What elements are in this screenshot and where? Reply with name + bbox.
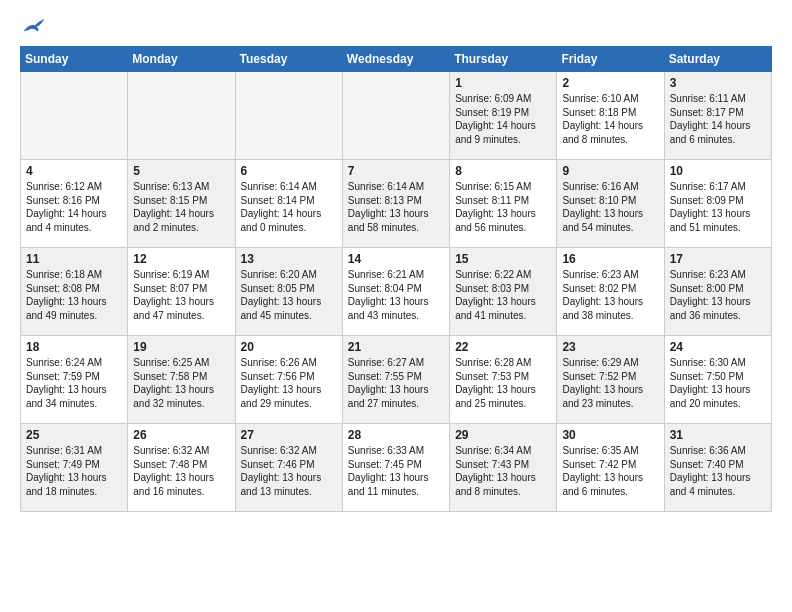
day-info: Sunrise: 6:23 AM Sunset: 8:00 PM Dayligh… bbox=[670, 268, 766, 322]
calendar-cell: 29Sunrise: 6:34 AM Sunset: 7:43 PM Dayli… bbox=[450, 424, 557, 512]
calendar-cell: 16Sunrise: 6:23 AM Sunset: 8:02 PM Dayli… bbox=[557, 248, 664, 336]
calendar-cell: 2Sunrise: 6:10 AM Sunset: 8:18 PM Daylig… bbox=[557, 72, 664, 160]
day-info: Sunrise: 6:20 AM Sunset: 8:05 PM Dayligh… bbox=[241, 268, 337, 322]
day-info: Sunrise: 6:19 AM Sunset: 8:07 PM Dayligh… bbox=[133, 268, 229, 322]
calendar-cell: 13Sunrise: 6:20 AM Sunset: 8:05 PM Dayli… bbox=[235, 248, 342, 336]
day-number: 1 bbox=[455, 76, 551, 90]
calendar-cell: 9Sunrise: 6:16 AM Sunset: 8:10 PM Daylig… bbox=[557, 160, 664, 248]
calendar-cell: 23Sunrise: 6:29 AM Sunset: 7:52 PM Dayli… bbox=[557, 336, 664, 424]
week-row-3: 11Sunrise: 6:18 AM Sunset: 8:08 PM Dayli… bbox=[21, 248, 772, 336]
calendar-cell: 5Sunrise: 6:13 AM Sunset: 8:15 PM Daylig… bbox=[128, 160, 235, 248]
calendar-cell: 19Sunrise: 6:25 AM Sunset: 7:58 PM Dayli… bbox=[128, 336, 235, 424]
calendar-cell: 24Sunrise: 6:30 AM Sunset: 7:50 PM Dayli… bbox=[664, 336, 771, 424]
day-number: 26 bbox=[133, 428, 229, 442]
day-number: 29 bbox=[455, 428, 551, 442]
week-row-2: 4Sunrise: 6:12 AM Sunset: 8:16 PM Daylig… bbox=[21, 160, 772, 248]
calendar-cell: 22Sunrise: 6:28 AM Sunset: 7:53 PM Dayli… bbox=[450, 336, 557, 424]
calendar-cell bbox=[21, 72, 128, 160]
day-number: 18 bbox=[26, 340, 122, 354]
day-info: Sunrise: 6:16 AM Sunset: 8:10 PM Dayligh… bbox=[562, 180, 658, 234]
calendar-cell: 31Sunrise: 6:36 AM Sunset: 7:40 PM Dayli… bbox=[664, 424, 771, 512]
calendar-cell: 12Sunrise: 6:19 AM Sunset: 8:07 PM Dayli… bbox=[128, 248, 235, 336]
calendar-cell: 8Sunrise: 6:15 AM Sunset: 8:11 PM Daylig… bbox=[450, 160, 557, 248]
day-info: Sunrise: 6:14 AM Sunset: 8:13 PM Dayligh… bbox=[348, 180, 444, 234]
day-number: 30 bbox=[562, 428, 658, 442]
calendar-cell bbox=[342, 72, 449, 160]
day-info: Sunrise: 6:34 AM Sunset: 7:43 PM Dayligh… bbox=[455, 444, 551, 498]
day-number: 27 bbox=[241, 428, 337, 442]
day-info: Sunrise: 6:33 AM Sunset: 7:45 PM Dayligh… bbox=[348, 444, 444, 498]
day-info: Sunrise: 6:24 AM Sunset: 7:59 PM Dayligh… bbox=[26, 356, 122, 410]
day-info: Sunrise: 6:18 AM Sunset: 8:08 PM Dayligh… bbox=[26, 268, 122, 322]
day-number: 11 bbox=[26, 252, 122, 266]
calendar-cell: 3Sunrise: 6:11 AM Sunset: 8:17 PM Daylig… bbox=[664, 72, 771, 160]
calendar-table: SundayMondayTuesdayWednesdayThursdayFrid… bbox=[20, 46, 772, 512]
day-info: Sunrise: 6:30 AM Sunset: 7:50 PM Dayligh… bbox=[670, 356, 766, 410]
day-number: 28 bbox=[348, 428, 444, 442]
day-number: 12 bbox=[133, 252, 229, 266]
header-row: SundayMondayTuesdayWednesdayThursdayFrid… bbox=[21, 47, 772, 72]
week-row-5: 25Sunrise: 6:31 AM Sunset: 7:49 PM Dayli… bbox=[21, 424, 772, 512]
calendar-cell: 28Sunrise: 6:33 AM Sunset: 7:45 PM Dayli… bbox=[342, 424, 449, 512]
calendar-cell: 6Sunrise: 6:14 AM Sunset: 8:14 PM Daylig… bbox=[235, 160, 342, 248]
day-info: Sunrise: 6:32 AM Sunset: 7:46 PM Dayligh… bbox=[241, 444, 337, 498]
day-number: 24 bbox=[670, 340, 766, 354]
day-number: 7 bbox=[348, 164, 444, 178]
calendar-cell: 14Sunrise: 6:21 AM Sunset: 8:04 PM Dayli… bbox=[342, 248, 449, 336]
day-info: Sunrise: 6:17 AM Sunset: 8:09 PM Dayligh… bbox=[670, 180, 766, 234]
day-info: Sunrise: 6:14 AM Sunset: 8:14 PM Dayligh… bbox=[241, 180, 337, 234]
calendar-cell bbox=[128, 72, 235, 160]
day-info: Sunrise: 6:15 AM Sunset: 8:11 PM Dayligh… bbox=[455, 180, 551, 234]
day-info: Sunrise: 6:32 AM Sunset: 7:48 PM Dayligh… bbox=[133, 444, 229, 498]
calendar-cell: 25Sunrise: 6:31 AM Sunset: 7:49 PM Dayli… bbox=[21, 424, 128, 512]
header-cell-thursday: Thursday bbox=[450, 47, 557, 72]
calendar-cell bbox=[235, 72, 342, 160]
day-info: Sunrise: 6:13 AM Sunset: 8:15 PM Dayligh… bbox=[133, 180, 229, 234]
header-cell-saturday: Saturday bbox=[664, 47, 771, 72]
day-number: 2 bbox=[562, 76, 658, 90]
calendar-cell: 30Sunrise: 6:35 AM Sunset: 7:42 PM Dayli… bbox=[557, 424, 664, 512]
header bbox=[20, 16, 772, 36]
calendar-cell: 10Sunrise: 6:17 AM Sunset: 8:09 PM Dayli… bbox=[664, 160, 771, 248]
week-row-4: 18Sunrise: 6:24 AM Sunset: 7:59 PM Dayli… bbox=[21, 336, 772, 424]
day-number: 20 bbox=[241, 340, 337, 354]
calendar-cell: 21Sunrise: 6:27 AM Sunset: 7:55 PM Dayli… bbox=[342, 336, 449, 424]
day-number: 16 bbox=[562, 252, 658, 266]
calendar-cell: 17Sunrise: 6:23 AM Sunset: 8:00 PM Dayli… bbox=[664, 248, 771, 336]
header-cell-tuesday: Tuesday bbox=[235, 47, 342, 72]
day-number: 6 bbox=[241, 164, 337, 178]
day-number: 8 bbox=[455, 164, 551, 178]
day-number: 17 bbox=[670, 252, 766, 266]
day-info: Sunrise: 6:10 AM Sunset: 8:18 PM Dayligh… bbox=[562, 92, 658, 146]
day-info: Sunrise: 6:26 AM Sunset: 7:56 PM Dayligh… bbox=[241, 356, 337, 410]
day-number: 22 bbox=[455, 340, 551, 354]
day-number: 15 bbox=[455, 252, 551, 266]
day-info: Sunrise: 6:35 AM Sunset: 7:42 PM Dayligh… bbox=[562, 444, 658, 498]
calendar-cell: 27Sunrise: 6:32 AM Sunset: 7:46 PM Dayli… bbox=[235, 424, 342, 512]
calendar-cell: 18Sunrise: 6:24 AM Sunset: 7:59 PM Dayli… bbox=[21, 336, 128, 424]
week-row-1: 1Sunrise: 6:09 AM Sunset: 8:19 PM Daylig… bbox=[21, 72, 772, 160]
day-info: Sunrise: 6:28 AM Sunset: 7:53 PM Dayligh… bbox=[455, 356, 551, 410]
day-number: 21 bbox=[348, 340, 444, 354]
page: SundayMondayTuesdayWednesdayThursdayFrid… bbox=[0, 0, 792, 522]
day-number: 14 bbox=[348, 252, 444, 266]
calendar-cell: 20Sunrise: 6:26 AM Sunset: 7:56 PM Dayli… bbox=[235, 336, 342, 424]
logo-bird-icon bbox=[22, 16, 46, 36]
day-info: Sunrise: 6:25 AM Sunset: 7:58 PM Dayligh… bbox=[133, 356, 229, 410]
day-number: 5 bbox=[133, 164, 229, 178]
calendar-cell: 1Sunrise: 6:09 AM Sunset: 8:19 PM Daylig… bbox=[450, 72, 557, 160]
day-number: 31 bbox=[670, 428, 766, 442]
day-number: 4 bbox=[26, 164, 122, 178]
day-info: Sunrise: 6:22 AM Sunset: 8:03 PM Dayligh… bbox=[455, 268, 551, 322]
calendar-cell: 26Sunrise: 6:32 AM Sunset: 7:48 PM Dayli… bbox=[128, 424, 235, 512]
day-number: 23 bbox=[562, 340, 658, 354]
day-number: 13 bbox=[241, 252, 337, 266]
day-info: Sunrise: 6:21 AM Sunset: 8:04 PM Dayligh… bbox=[348, 268, 444, 322]
day-info: Sunrise: 6:27 AM Sunset: 7:55 PM Dayligh… bbox=[348, 356, 444, 410]
day-info: Sunrise: 6:09 AM Sunset: 8:19 PM Dayligh… bbox=[455, 92, 551, 146]
day-number: 19 bbox=[133, 340, 229, 354]
day-info: Sunrise: 6:29 AM Sunset: 7:52 PM Dayligh… bbox=[562, 356, 658, 410]
day-info: Sunrise: 6:31 AM Sunset: 7:49 PM Dayligh… bbox=[26, 444, 122, 498]
header-cell-sunday: Sunday bbox=[21, 47, 128, 72]
header-cell-wednesday: Wednesday bbox=[342, 47, 449, 72]
